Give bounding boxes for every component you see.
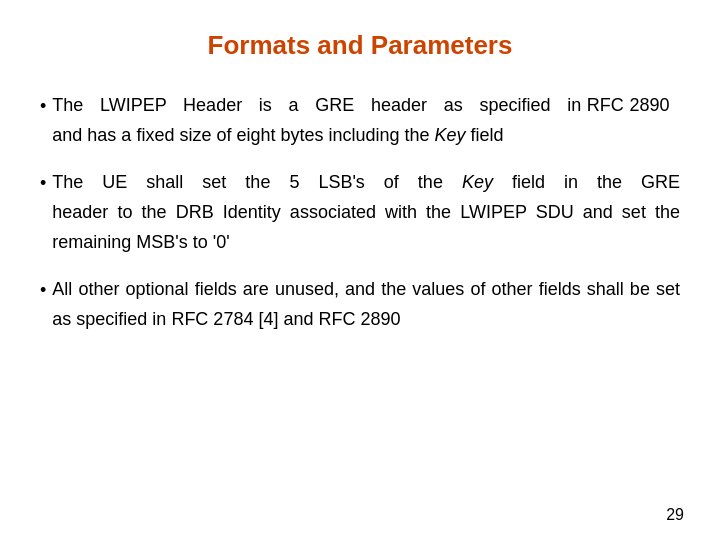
list-item: • All other optional fields are unused, … bbox=[40, 275, 680, 334]
key-italic: Key bbox=[462, 172, 493, 192]
bullet-text: The LWIPEP Header is a GRE header as spe… bbox=[52, 91, 680, 150]
content-area: • The LWIPEP Header is a GRE header as s… bbox=[40, 91, 680, 353]
page-number: 29 bbox=[666, 506, 684, 524]
bullet-icon: • bbox=[40, 92, 46, 121]
list-item: • The LWIPEP Header is a GRE header as s… bbox=[40, 91, 680, 150]
bullet-icon: • bbox=[40, 276, 46, 305]
page-title: Formats and Parameters bbox=[208, 30, 513, 61]
list-item: • The UE shall set the 5 LSB's of the Ke… bbox=[40, 168, 680, 257]
bullet-text: All other optional fields are unused, an… bbox=[52, 275, 680, 334]
bullet-text: The UE shall set the 5 LSB's of the Key … bbox=[52, 168, 680, 257]
bullet-icon: • bbox=[40, 169, 46, 198]
key-italic: Key bbox=[435, 125, 466, 145]
